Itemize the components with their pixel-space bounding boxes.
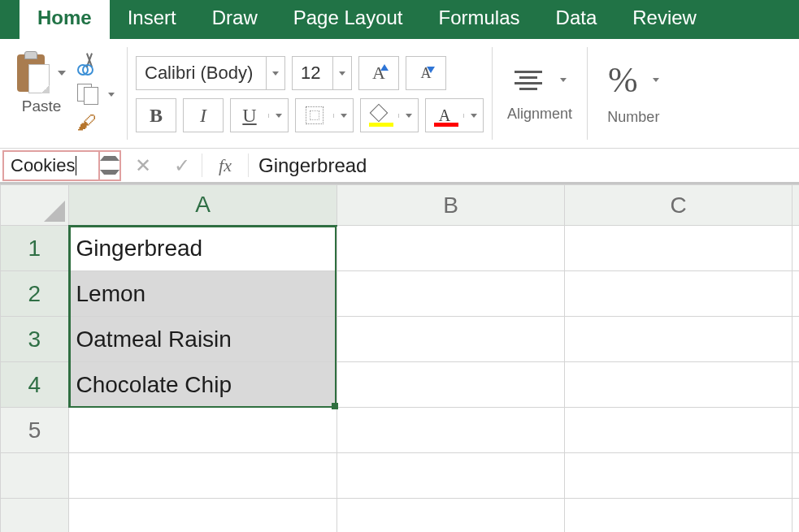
group-clipboard: Paste 🖌 <box>5 39 127 148</box>
row-header-6[interactable] <box>1 453 69 499</box>
cell-D6[interactable] <box>792 453 800 499</box>
italic-icon: I <box>200 105 206 127</box>
col-header-B[interactable]: B <box>337 185 565 226</box>
paste-menu-button[interactable] <box>54 53 70 93</box>
cell-B4[interactable] <box>337 362 565 408</box>
select-all-corner[interactable] <box>1 185 69 226</box>
font-color-menu[interactable] <box>463 114 483 118</box>
tab-formulas[interactable]: Formulas <box>421 0 538 39</box>
name-box[interactable]: Cookies <box>2 150 100 181</box>
number-format-menu[interactable] <box>647 63 665 98</box>
insert-function-button[interactable]: fx <box>202 149 248 182</box>
enter-button[interactable]: ✓ <box>163 149 202 182</box>
name-box-up[interactable] <box>100 152 119 166</box>
col-header-A[interactable]: A <box>69 185 337 226</box>
row-header-2[interactable]: 2 <box>1 271 69 317</box>
cell-D7[interactable] <box>792 499 800 533</box>
name-box-spinner <box>100 150 121 181</box>
fill-color-menu[interactable] <box>398 114 418 118</box>
cell-A2[interactable]: Lemon <box>69 271 337 317</box>
cell-D5[interactable] <box>792 408 800 453</box>
ribbon-tabs: Home Insert Draw Page Layout Formulas Da… <box>0 0 799 39</box>
paste-button[interactable] <box>13 52 50 94</box>
cell-D1[interactable] <box>792 226 800 271</box>
alignment-button[interactable] <box>507 65 549 96</box>
cell-D4[interactable] <box>792 362 800 408</box>
cell-B3[interactable] <box>337 317 565 362</box>
paste-icon <box>14 53 50 93</box>
bold-button[interactable]: B <box>136 98 176 132</box>
row-header-3[interactable]: 3 <box>1 317 69 362</box>
tab-insert[interactable]: Insert <box>110 0 194 39</box>
cell-C2[interactable] <box>565 271 792 317</box>
name-box-down[interactable] <box>100 166 119 179</box>
cell-B1[interactable] <box>337 226 565 271</box>
copy-button[interactable] <box>76 83 101 106</box>
tab-review[interactable]: Review <box>614 0 714 39</box>
fill-icon <box>369 106 390 124</box>
borders-menu[interactable] <box>333 114 353 118</box>
row-header-4[interactable]: 4 <box>1 362 69 408</box>
cell-A1[interactable]: Gingerbread <box>69 226 337 271</box>
underline-button[interactable]: U <box>230 98 289 132</box>
cell-C5[interactable] <box>565 408 792 453</box>
cell-A5[interactable] <box>69 408 337 453</box>
copy-menu-button[interactable] <box>104 84 119 105</box>
scissors-icon <box>77 54 100 76</box>
col-header-D[interactable] <box>792 185 800 226</box>
font-name-dropdown[interactable] <box>266 56 285 90</box>
cut-button[interactable] <box>76 54 101 76</box>
grow-font-button[interactable]: A <box>358 56 399 90</box>
font-color-button[interactable]: A <box>425 98 484 132</box>
fill-color-button[interactable] <box>360 98 419 132</box>
row-header-7[interactable] <box>1 499 69 533</box>
cell-D3[interactable] <box>792 317 800 362</box>
italic-button[interactable]: I <box>183 98 224 132</box>
formula-bar: Cookies ✕ ✓ fx Gingerbread <box>0 149 799 184</box>
copy-icon <box>77 84 100 105</box>
tab-data[interactable]: Data <box>538 0 615 39</box>
name-box-value: Cookies <box>11 155 75 176</box>
cell-A7[interactable] <box>69 499 337 533</box>
formula-value: Gingerbread <box>258 154 367 177</box>
cell-B5[interactable] <box>337 408 565 453</box>
cell-B7[interactable] <box>337 499 565 533</box>
col-header-C[interactable]: C <box>565 185 792 226</box>
font-size-combo[interactable]: 12 <box>292 56 352 90</box>
cell-C6[interactable] <box>565 453 792 499</box>
fx-icon: fx <box>219 155 232 176</box>
font-color-icon: A <box>434 106 455 124</box>
group-number: % Number <box>588 39 680 148</box>
cell-C7[interactable] <box>565 499 792 533</box>
row-header-1[interactable]: 1 <box>1 226 69 271</box>
cell-C1[interactable] <box>565 226 792 271</box>
borders-button[interactable] <box>295 98 354 132</box>
cancel-button[interactable]: ✕ <box>124 149 163 182</box>
font-size-value: 12 <box>292 56 332 90</box>
font-size-dropdown[interactable] <box>332 56 352 90</box>
cell-A6[interactable] <box>69 453 337 499</box>
format-painter-button[interactable]: 🖌 <box>76 112 101 136</box>
cell-A3[interactable]: Oatmeal Raisin <box>69 317 337 362</box>
cell-B2[interactable] <box>337 271 565 317</box>
tab-home[interactable]: Home <box>20 0 110 39</box>
underline-menu[interactable] <box>268 114 288 118</box>
cell-B6[interactable] <box>337 453 565 499</box>
percent-icon: % <box>608 63 638 98</box>
bold-icon: B <box>150 105 163 127</box>
cancel-icon: ✕ <box>135 154 151 177</box>
font-name-combo[interactable]: Calibri (Body) <box>136 56 285 90</box>
alignment-label: Alignment <box>507 106 572 123</box>
cell-D2[interactable] <box>792 271 800 317</box>
row-header-5[interactable]: 5 <box>1 408 69 453</box>
number-format-button[interactable]: % <box>602 62 644 99</box>
formula-input[interactable]: Gingerbread <box>249 149 799 182</box>
alignment-menu[interactable] <box>554 66 572 95</box>
shrink-font-button[interactable]: A <box>406 56 446 90</box>
tab-page-layout[interactable]: Page Layout <box>276 0 421 39</box>
number-label: Number <box>607 109 659 126</box>
tab-draw[interactable]: Draw <box>194 0 276 39</box>
cell-C4[interactable] <box>565 362 792 408</box>
cell-C3[interactable] <box>565 317 792 362</box>
cell-A4[interactable]: Chocolate Chip <box>69 362 337 408</box>
